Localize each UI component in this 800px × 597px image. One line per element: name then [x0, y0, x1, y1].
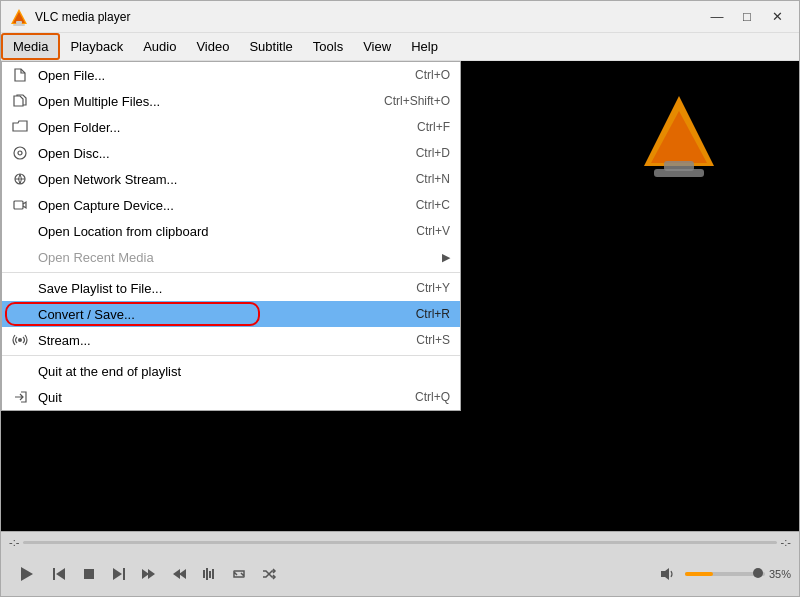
bottom-controls: -:- -:- [1, 531, 799, 596]
menu-quit[interactable]: Quit Ctrl+Q [2, 384, 460, 410]
menu-view[interactable]: View [353, 33, 401, 60]
title-bar: VLC media player — □ ✕ [1, 1, 799, 33]
svg-marker-20 [142, 569, 149, 579]
volume-percentage: 35% [769, 568, 791, 580]
disc-icon [10, 143, 30, 163]
menu-save-playlist[interactable]: Save Playlist to File... Ctrl+Y [2, 275, 460, 301]
volume-fill [685, 572, 713, 576]
separator-1 [2, 272, 460, 273]
volume-thumb [753, 568, 763, 578]
menu-tools[interactable]: Tools [303, 33, 353, 60]
maximize-button[interactable]: □ [733, 7, 761, 27]
svg-rect-2 [16, 21, 22, 24]
svg-marker-28 [661, 568, 669, 580]
svg-marker-22 [179, 569, 186, 579]
vlc-video-logo [639, 91, 719, 184]
volume-area: 35% [653, 560, 791, 588]
main-content: Open File... Ctrl+O Open Multiple Files.… [1, 61, 799, 531]
menu-bar: Media Playback Audio Video Subtitle Tool… [1, 33, 799, 61]
menu-open-disc[interactable]: Open Disc... Ctrl+D [2, 140, 460, 166]
svg-rect-17 [84, 569, 94, 579]
close-button[interactable]: ✕ [763, 7, 791, 27]
svg-point-13 [18, 338, 22, 342]
menu-open-location[interactable]: Open Location from clipboard Ctrl+V [2, 218, 460, 244]
files-icon [10, 91, 30, 111]
svg-rect-27 [212, 569, 214, 579]
recent-icon [10, 247, 30, 267]
menu-open-multiple[interactable]: Open Multiple Files... Ctrl+Shift+O [2, 88, 460, 114]
menu-quit-end[interactable]: Quit at the end of playlist [2, 358, 460, 384]
volume-slider[interactable] [685, 572, 765, 576]
svg-rect-15 [53, 568, 55, 580]
svg-point-9 [18, 151, 22, 155]
menu-subtitle[interactable]: Subtitle [239, 33, 302, 60]
svg-rect-26 [209, 571, 211, 578]
loop-button[interactable] [225, 560, 253, 588]
prev-button[interactable] [45, 560, 73, 588]
menu-stream[interactable]: Stream... Ctrl+S [2, 327, 460, 353]
stop-button[interactable] [75, 560, 103, 588]
menu-help[interactable]: Help [401, 33, 448, 60]
window-title: VLC media player [35, 10, 703, 24]
time-total: -:- [781, 536, 791, 548]
network-icon [10, 169, 30, 189]
stream-icon [10, 330, 30, 350]
progress-bar-area: -:- -:- [1, 532, 799, 552]
menu-open-folder[interactable]: Open Folder... Ctrl+F [2, 114, 460, 140]
vlc-logo [9, 7, 29, 27]
svg-marker-23 [173, 569, 180, 579]
svg-rect-18 [123, 568, 125, 580]
play-button[interactable] [9, 557, 43, 591]
svg-rect-25 [206, 568, 208, 580]
quit-end-icon [10, 361, 30, 381]
menu-playback[interactable]: Playback [60, 33, 133, 60]
volume-icon-button[interactable] [653, 560, 681, 588]
svg-marker-16 [56, 568, 65, 580]
svg-rect-7 [654, 169, 704, 177]
menu-open-capture[interactable]: Open Capture Device... Ctrl+C [2, 192, 460, 218]
svg-marker-19 [113, 568, 122, 580]
file-icon [10, 65, 30, 85]
svg-marker-14 [21, 567, 33, 581]
equalizer-button[interactable] [195, 560, 223, 588]
main-window: VLC media player — □ ✕ Media Playback Au… [0, 0, 800, 597]
menu-media[interactable]: Media [1, 33, 60, 60]
next-button[interactable] [105, 560, 133, 588]
svg-point-8 [14, 147, 26, 159]
svg-rect-12 [14, 201, 23, 209]
quit-icon [10, 387, 30, 407]
svg-rect-24 [203, 570, 205, 578]
convert-icon [10, 304, 30, 324]
menu-audio[interactable]: Audio [133, 33, 186, 60]
minimize-button[interactable]: — [703, 7, 731, 27]
menu-open-network[interactable]: Open Network Stream... Ctrl+N [2, 166, 460, 192]
menu-open-recent[interactable]: Open Recent Media ▶ [2, 244, 460, 270]
svg-rect-3 [13, 24, 25, 26]
clipboard-icon [10, 221, 30, 241]
save-icon [10, 278, 30, 298]
progress-track[interactable] [23, 541, 776, 544]
shuffle-button[interactable] [255, 560, 283, 588]
capture-icon [10, 195, 30, 215]
menu-open-file[interactable]: Open File... Ctrl+O [2, 62, 460, 88]
frame-fwd-button[interactable] [165, 560, 193, 588]
separator-2 [2, 355, 460, 356]
frame-back-button[interactable] [135, 560, 163, 588]
menu-convert-save[interactable]: Convert / Save... Ctrl+R [2, 301, 460, 327]
folder-icon [10, 117, 30, 137]
window-controls: — □ ✕ [703, 7, 791, 27]
menu-video[interactable]: Video [186, 33, 239, 60]
controls-row: 35% [1, 552, 799, 596]
dropdown-menu: Open File... Ctrl+O Open Multiple Files.… [1, 61, 461, 411]
time-left: -:- [9, 536, 19, 548]
svg-marker-21 [148, 569, 155, 579]
